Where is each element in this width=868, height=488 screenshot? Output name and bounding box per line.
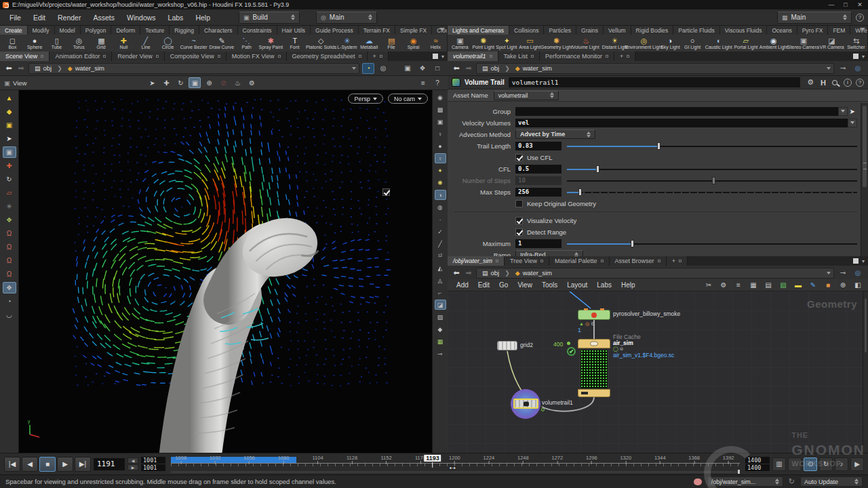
cfl-slider[interactable] (567, 165, 857, 174)
tool-null[interactable]: ✚ Null (113, 35, 135, 52)
net-grid-view-icon[interactable]: ▦ (747, 280, 760, 291)
follow-selection-icon[interactable]: ◎ (852, 268, 864, 279)
obj-toggle-icon[interactable]: ▣ (3, 119, 16, 131)
number-of-steps-slider[interactable] (567, 176, 857, 185)
shelf-tab[interactable]: Oceans (767, 26, 797, 35)
path-root-chip[interactable]: ▤obj (32, 64, 54, 72)
tool-helix[interactable]: ≈ Helix (425, 35, 447, 52)
maximize-button[interactable]: □ (840, 1, 851, 8)
snap-window-icon[interactable]: Ω (3, 228, 16, 239)
play-reverse-button[interactable]: ◀ (22, 457, 38, 472)
group-select-icon[interactable]: ❖ (416, 63, 429, 74)
group-input[interactable] (515, 107, 838, 116)
pane-tab[interactable]: volumetrail1 (448, 52, 498, 61)
camera-selector[interactable]: No cam (388, 94, 428, 104)
scale-handle-icon[interactable]: ▱ (3, 187, 16, 199)
shelf-tab[interactable]: Texture (140, 26, 170, 35)
tool-platonic-solids[interactable]: ◇ Platonic Solids (306, 35, 336, 52)
ghost-others-icon[interactable]: ▩ (435, 104, 446, 115)
tool-vr-camera[interactable]: ◪ VR Camera (818, 35, 845, 52)
timeline[interactable]: 1008103210561080110411281152117612001224… (171, 455, 740, 474)
audio-icon[interactable]: ♪ (835, 458, 848, 471)
keep-original-geometry-checkbox[interactable] (515, 200, 523, 207)
recent-files-icon[interactable]: ◔ (362, 63, 374, 74)
follow-selection-icon[interactable]: ◎ (852, 63, 864, 74)
tool-volume-light[interactable]: ♨ Volume Light (571, 35, 600, 52)
max-steps-enable-checkbox[interactable] (382, 188, 390, 196)
shelf-tab[interactable]: Collisions (509, 26, 544, 35)
max-steps-input[interactable]: 256 (515, 188, 561, 197)
main-selector[interactable]: ◎ Main (316, 12, 377, 24)
flipbook-icon[interactable]: ▥ (772, 458, 786, 471)
shelf-tab[interactable]: Constraints (238, 26, 277, 35)
dropdown-icon[interactable] (838, 107, 848, 116)
multi-tile-icon[interactable]: ◆ (435, 324, 446, 334)
loop-mode-icon[interactable]: ↻ (819, 458, 833, 471)
tool-ambient-light[interactable]: ◉ Ambient Light (759, 35, 789, 52)
network-menu-item[interactable]: Tools (537, 281, 562, 289)
display-options-icon[interactable]: ⚙ (245, 77, 258, 88)
tab-menu-dot[interactable] (278, 55, 281, 58)
character-pick-icon[interactable]: ❖ (3, 214, 16, 226)
network-menu-item[interactable]: Labs (592, 281, 616, 289)
path-node-chip[interactable]: ◆water_sim (513, 64, 555, 72)
network-menu-item[interactable]: Help (616, 281, 640, 289)
select-arrow-icon[interactable]: ➤ (850, 108, 855, 115)
translate-handle-icon[interactable]: ✚ (3, 160, 16, 171)
back-arrow-icon[interactable]: ⬅ (452, 268, 461, 277)
shelf-tab[interactable]: Rigid Bodies (631, 26, 674, 35)
pane-tab[interactable]: Performance Monitor (540, 52, 614, 61)
pane-tab[interactable]: /obj/water_sim (448, 256, 505, 266)
pane-tab[interactable]: + (368, 52, 389, 61)
path-root-chip[interactable]: ▤obj (479, 64, 502, 72)
net-asset-icon[interactable]: ■ (822, 280, 834, 291)
backface-icon[interactable]: ◪ (435, 300, 446, 310)
advection-method-selector[interactable]: Advect by Time (515, 129, 595, 139)
tool-tube[interactable]: ▯ Tube (46, 35, 68, 52)
tool-switcher[interactable]: ⇆ Switcher (845, 35, 867, 52)
forward-arrow-icon[interactable]: ➡ (464, 64, 473, 73)
link-panes-icon[interactable]: ▣ (401, 63, 414, 74)
net-notes-icon[interactable]: ▬ (792, 280, 804, 291)
tab-menu-dot[interactable] (103, 55, 106, 58)
maximize-pane-icon[interactable]: □ (431, 63, 443, 74)
node-grid2[interactable] (497, 341, 517, 350)
playhead[interactable]: 1193 (423, 454, 442, 468)
gear-menu-icon[interactable]: ⚙ (807, 78, 814, 87)
playback-start-input[interactable]: 1001 (141, 457, 165, 464)
tab-menu-dot[interactable] (496, 260, 498, 262)
net-tree-icon[interactable]: ⚙ (717, 280, 730, 291)
pane-tab[interactable]: Asset Browser (610, 256, 667, 266)
stop-button[interactable]: ■ (39, 457, 56, 472)
tool-stereo-camera[interactable]: ▣ Stereo Camera (789, 35, 818, 52)
tab-menu-dot[interactable] (627, 55, 629, 58)
global-start-input[interactable]: 1001 (141, 464, 165, 471)
tab-menu-dot[interactable] (679, 260, 682, 262)
shelf-tab[interactable]: Terrain FX (359, 26, 395, 35)
number-of-steps-input[interactable]: 10 (515, 176, 561, 185)
maximum-slider[interactable] (567, 239, 857, 248)
smooth-shade-icon[interactable]: ● (435, 141, 446, 151)
hide-others-icon[interactable]: ◉ (435, 92, 446, 102)
path-field[interactable]: ▤obj ❯ ◆water_sim (28, 63, 359, 74)
asset-name-selector[interactable]: volumetrail (494, 91, 559, 100)
zoom-box-icon[interactable]: ⊕ (203, 77, 215, 88)
tool-torus[interactable]: ◎ Torus (68, 35, 90, 52)
node-filecache-preview[interactable] (580, 349, 608, 389)
net-snapshot-icon[interactable]: ◧ (852, 280, 864, 291)
tab-menu-dot[interactable] (41, 55, 43, 58)
path-node-chip[interactable]: ◆water_sim (513, 269, 555, 277)
node-label[interactable]: pyrosolver_billowy_smoke (613, 310, 680, 317)
pane-tab[interactable]: Motion FX View (226, 52, 287, 61)
rotate-handle-icon[interactable]: ↻ (3, 174, 16, 185)
display-lock-icon[interactable]: ▣ (435, 117, 446, 127)
tool-line[interactable]: ╱ Line (135, 35, 157, 52)
pin-pane-icon[interactable]: ⊸ (837, 63, 849, 74)
velocity-volumes-input[interactable]: vel (515, 119, 848, 127)
shelf-tab[interactable]: Model (55, 26, 81, 35)
forward-arrow-icon[interactable]: ➡ (16, 64, 26, 73)
shelf-tab[interactable]: Rigging (170, 26, 199, 35)
tab-menu-dot[interactable] (380, 55, 382, 58)
node-filecache-footer[interactable] (578, 389, 610, 397)
tab-menu-dot[interactable] (218, 55, 220, 58)
